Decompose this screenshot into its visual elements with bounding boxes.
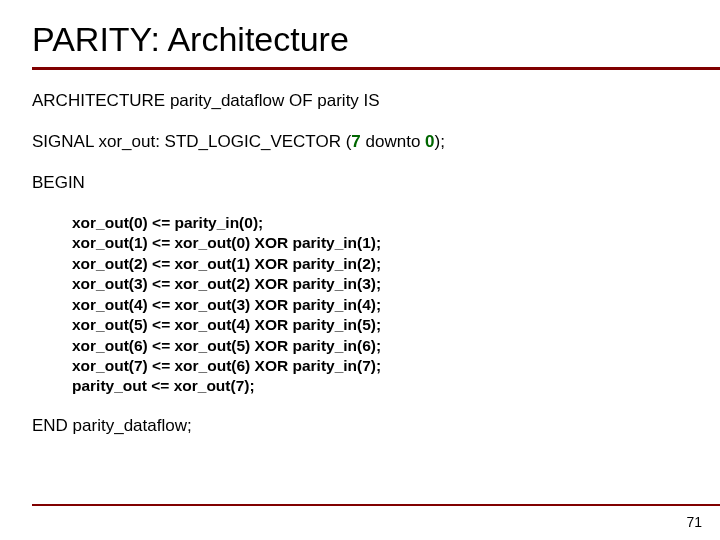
- code-line: xor_out(6) <= xor_out(5) XOR parity_in(6…: [72, 336, 688, 356]
- architecture-line: ARCHITECTURE parity_dataflow OF parity I…: [32, 90, 688, 113]
- slide: PARITY: Architecture ARCHITECTURE parity…: [0, 0, 720, 438]
- page-number: 71: [686, 514, 702, 530]
- begin-keyword: BEGIN: [32, 172, 688, 195]
- code-block: xor_out(0) <= parity_in(0); xor_out(1) <…: [72, 213, 688, 397]
- code-line: parity_out <= xor_out(7);: [72, 376, 688, 396]
- signal-line: SIGNAL xor_out: STD_LOGIC_VECTOR (7 down…: [32, 131, 688, 154]
- code-line: xor_out(7) <= xor_out(6) XOR parity_in(7…: [72, 356, 688, 376]
- title-divider: [32, 67, 720, 70]
- footer-divider: [32, 504, 720, 506]
- slide-title: PARITY: Architecture: [32, 20, 688, 59]
- body: ARCHITECTURE parity_dataflow OF parity I…: [32, 90, 688, 438]
- signal-mid: downto: [361, 132, 425, 151]
- code-line: xor_out(3) <= xor_out(2) XOR parity_in(3…: [72, 274, 688, 294]
- code-line: xor_out(1) <= xor_out(0) XOR parity_in(1…: [72, 233, 688, 253]
- code-line: xor_out(5) <= xor_out(4) XOR parity_in(5…: [72, 315, 688, 335]
- code-line: xor_out(2) <= xor_out(1) XOR parity_in(2…: [72, 254, 688, 274]
- signal-lo: 0: [425, 132, 434, 151]
- signal-post: );: [435, 132, 445, 151]
- code-line: xor_out(4) <= xor_out(3) XOR parity_in(4…: [72, 295, 688, 315]
- signal-pre: SIGNAL xor_out: STD_LOGIC_VECTOR (: [32, 132, 351, 151]
- code-line: xor_out(0) <= parity_in(0);: [72, 213, 688, 233]
- end-line: END parity_dataflow;: [32, 415, 688, 438]
- signal-hi: 7: [351, 132, 360, 151]
